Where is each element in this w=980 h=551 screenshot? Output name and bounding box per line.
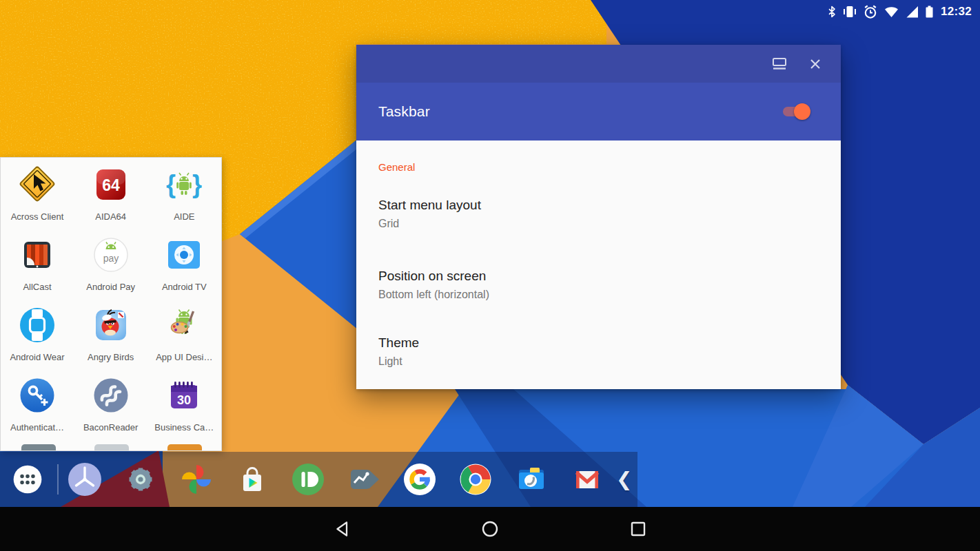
app-authenticator[interactable]: Authenticat… <box>1 376 74 446</box>
pref-value: Bottom left (horizontal) <box>378 287 819 302</box>
play-stats-icon[interactable] <box>346 461 382 497</box>
app-label: Authenticat… <box>10 422 64 433</box>
pref-value: Grid <box>378 216 819 231</box>
back-button[interactable] <box>331 519 353 539</box>
battery-icon <box>925 4 934 19</box>
partial-app-icon <box>21 444 56 450</box>
angry-birds-icon <box>92 306 130 344</box>
taskbar: ❮ <box>0 452 637 507</box>
app-label: App UI Desi… <box>156 352 212 362</box>
pref-title: Position on screen <box>378 268 819 284</box>
taskbar-collapse-button[interactable]: ❮ <box>616 461 632 497</box>
google-photos-icon[interactable] <box>178 461 214 497</box>
pref-value: Light <box>378 354 819 369</box>
pushbullet-icon[interactable] <box>290 461 326 497</box>
svg-text:{: { <box>166 170 176 198</box>
play-store-icon[interactable] <box>234 461 270 497</box>
start-menu-button[interactable] <box>12 464 43 495</box>
app-ui-designer-icon <box>165 306 203 344</box>
pref-title: Start menu layout <box>378 197 819 214</box>
app-aida64[interactable]: 64 AIDA64 <box>74 165 147 236</box>
app-label: AIDE <box>174 211 194 222</box>
app-label: BaconReader <box>83 422 139 433</box>
taskbar-divider <box>57 464 59 495</box>
vibrate-icon <box>842 4 857 19</box>
app-label: Angry Birds <box>88 352 134 362</box>
partial-app-icon <box>167 444 202 450</box>
alarm-icon <box>863 4 878 19</box>
taskbar-enable-toggle[interactable] <box>782 103 809 120</box>
gmail-icon[interactable] <box>569 461 605 497</box>
svg-text:64: 64 <box>102 176 120 194</box>
svg-text:pay: pay <box>103 253 119 264</box>
app-across-client[interactable]: Across Client <box>1 165 74 236</box>
maximize-button[interactable] <box>770 55 788 73</box>
window-caption-bar <box>356 45 841 83</box>
app-android-tv[interactable]: Android TV <box>147 236 221 306</box>
close-icon[interactable] <box>806 55 824 73</box>
settings-list: General Start menu layout Grid Position … <box>356 141 841 389</box>
clock-time: 12:32 <box>941 5 972 19</box>
allcast-icon <box>18 236 57 274</box>
pref-position-on-screen[interactable]: Position on screen Bottom left (horizont… <box>378 268 819 302</box>
app-allcast[interactable]: AllCast <box>1 236 74 306</box>
android-pay-icon: pay <box>92 236 130 274</box>
app-label: AIDA64 <box>95 211 126 222</box>
home-button[interactable] <box>479 519 501 539</box>
partial-app-icon <box>94 444 129 450</box>
app-baconreader[interactable]: BaconReader <box>74 376 147 446</box>
across-client-icon <box>18 165 57 204</box>
taskbar-settings-window: Taskbar General Start menu layout Grid P… <box>356 45 841 389</box>
app-label: Android Pay <box>86 282 135 292</box>
settings-gear-icon[interactable] <box>123 461 159 497</box>
aida64-icon: 64 <box>92 165 130 204</box>
pref-theme[interactable]: Theme Light <box>378 335 819 369</box>
file-manager-icon[interactable] <box>513 461 549 497</box>
app-app-ui-designer[interactable]: App UI Desi… <box>147 306 221 376</box>
baconreader-icon <box>92 376 130 415</box>
toggle-thumb <box>794 103 810 120</box>
authenticator-icon <box>18 376 57 415</box>
status-bar[interactable]: 12:32 <box>827 0 972 23</box>
app-label: Business Ca… <box>154 422 214 433</box>
app-aide[interactable]: { } AIDE <box>147 165 221 236</box>
recents-button[interactable] <box>627 519 649 539</box>
bluetooth-icon <box>827 4 837 19</box>
signal-icon <box>905 4 919 19</box>
clock-app-icon[interactable] <box>67 461 103 497</box>
aide-icon: { } <box>165 165 203 204</box>
google-app-icon[interactable] <box>402 461 438 497</box>
android-tv-icon <box>165 236 203 274</box>
section-header-general: General <box>378 161 819 174</box>
app-angry-birds[interactable]: Angry Birds <box>74 306 147 376</box>
app-label: AllCast <box>23 282 51 292</box>
app-label: Android Wear <box>10 352 64 362</box>
business-calendar-icon: 30 <box>165 376 203 415</box>
pref-start-menu-layout[interactable]: Start menu layout Grid <box>378 197 819 231</box>
app-label: Android TV <box>162 282 207 292</box>
svg-text:}: } <box>192 170 202 198</box>
app-android-wear[interactable]: Android Wear <box>1 306 74 376</box>
pref-title: Theme <box>378 335 819 351</box>
start-menu-panel: Across Client 64 AIDA64 { } <box>0 157 222 451</box>
app-label: Across Client <box>11 211 64 222</box>
window-title-bar: Taskbar <box>356 83 841 141</box>
svg-text:30: 30 <box>177 393 191 407</box>
wifi-icon <box>884 4 899 19</box>
android-wear-icon <box>18 306 57 344</box>
window-title: Taskbar <box>378 103 430 120</box>
navigation-bar <box>0 507 980 551</box>
chrome-icon[interactable] <box>458 461 493 497</box>
app-business-calendar[interactable]: 30 Business Ca… <box>147 376 221 446</box>
app-android-pay[interactable]: pay Android Pay <box>74 236 147 306</box>
